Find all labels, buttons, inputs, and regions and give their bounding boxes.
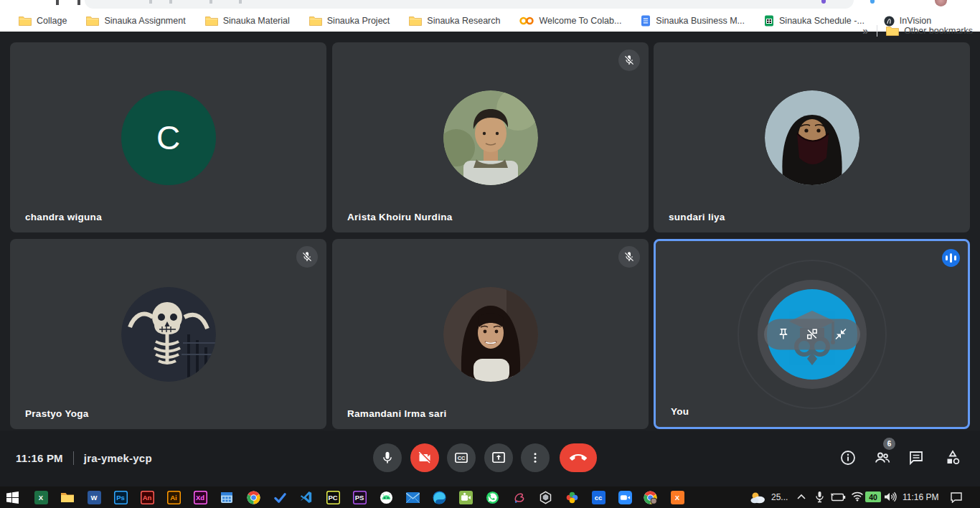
windows-start-icon[interactable]	[4, 489, 20, 505]
whatsapp-icon[interactable]	[484, 489, 500, 505]
mail-icon[interactable]	[405, 489, 420, 505]
notification-center-icon[interactable]	[950, 491, 963, 503]
other-bookmarks[interactable]: Other bookmarks	[886, 26, 973, 36]
word-icon[interactable]: W	[86, 489, 102, 505]
mic-muted-badge	[296, 246, 318, 268]
meeting-details-icon[interactable]	[839, 449, 857, 466]
participant-name: Arista Khoiru Nurdina	[347, 212, 453, 222]
participant-tile[interactable]: Prastyo Yoga	[10, 239, 326, 429]
cc-app-icon[interactable]: cc	[590, 489, 606, 505]
bookmarks-bar: CollageSinauka AssignmentSinauka Materia…	[0, 10, 980, 32]
tile-hover-menu	[764, 319, 860, 349]
address-bar-bottom[interactable]	[85, 0, 854, 9]
bookmark-welcome-to-colab[interactable]: Welcome To Colab...	[519, 16, 621, 26]
participant-name: Prastyo Yoga	[25, 408, 89, 419]
file-explorer-icon[interactable]	[60, 489, 75, 505]
adobe-xd-icon[interactable]: Xd	[192, 489, 208, 505]
bookmark-label: Sinauka Material	[223, 16, 290, 26]
folder-icon	[19, 16, 32, 26]
divider	[73, 451, 74, 465]
video-call-app-icon[interactable]	[617, 489, 633, 505]
photoshop-icon[interactable]: Ps	[113, 489, 128, 505]
todo-check-icon[interactable]	[272, 489, 288, 505]
tray-microphone-icon[interactable]	[815, 491, 824, 503]
avatar-initial: C	[121, 90, 216, 185]
android-app-icon[interactable]	[378, 489, 394, 505]
self-tile[interactable]: You	[654, 239, 970, 429]
tray-chevron-up-icon[interactable]	[796, 493, 806, 500]
weather-temperature[interactable]: 25...	[771, 492, 788, 502]
bookmark-collage[interactable]: Collage	[19, 16, 67, 26]
participant-tile[interactable]: Arista Khoiru Nurdina	[332, 42, 649, 232]
tray-battery-icon[interactable]	[829, 492, 846, 502]
end-call-button[interactable]	[560, 443, 597, 472]
tray-volume-icon[interactable]	[884, 491, 897, 502]
tray-wifi-icon[interactable]	[851, 491, 864, 502]
photos-app-icon[interactable]	[564, 489, 580, 505]
more-options-button[interactable]	[521, 443, 550, 472]
bookmark-sinauka-project[interactable]: Sinauka Project	[309, 16, 390, 26]
docs-icon	[641, 15, 651, 27]
bookmark-sinauka-research[interactable]: Sinauka Research	[409, 16, 500, 26]
time-and-code: 11:16 PM jra-ymek-ycp	[16, 451, 152, 465]
camera-app-icon[interactable]	[458, 489, 473, 505]
meeting-code: jra-ymek-ycp	[84, 452, 152, 464]
participant-tile[interactable]: C chandra wiguna	[10, 42, 326, 232]
chrome-icon[interactable]	[245, 489, 261, 505]
sketch-app-icon[interactable]	[511, 489, 527, 505]
minimize-icon[interactable]	[831, 325, 850, 344]
bookmark-label: Sinauka Research	[427, 16, 500, 26]
chrome-profile-icon[interactable]	[642, 489, 658, 505]
camera-off-button[interactable]	[410, 443, 439, 472]
participant-name: chandra wiguna	[25, 212, 102, 222]
sheets-icon	[764, 15, 774, 27]
weather-icon[interactable]	[750, 491, 765, 504]
browser-ui-fragment	[149, 0, 152, 4]
present-button[interactable]	[484, 443, 513, 472]
browser-profile-avatar-fragment[interactable]	[935, 0, 947, 6]
audio-level-indicator	[942, 249, 960, 267]
bookmark-sinauka-assignment[interactable]: Sinauka Assignment	[86, 16, 185, 26]
participant-tile[interactable]: sundari liya	[654, 42, 970, 232]
calendar-icon[interactable]	[219, 489, 235, 505]
avatar-initial-letter: C	[156, 118, 180, 157]
pin-icon[interactable]	[774, 325, 793, 344]
participant-count-badge: 6	[883, 438, 895, 450]
folder-icon	[309, 16, 322, 26]
folder-icon	[86, 16, 99, 26]
screen: CollageSinauka AssignmentSinauka Materia…	[0, 0, 980, 508]
hexagon-app-icon[interactable]	[537, 489, 553, 505]
vscode-icon[interactable]	[298, 489, 314, 505]
bookmark-label: Collage	[37, 16, 67, 26]
phpstorm-icon[interactable]: PS	[352, 489, 367, 505]
bookmarks-overflow-chevron[interactable]: »	[862, 25, 868, 37]
browser-ui-fragment	[239, 0, 242, 4]
xampp-icon[interactable]: X	[669, 489, 685, 505]
windows-taskbar: 25... 40 11:16 PM XWPsAnAiXdPCPSccX	[0, 486, 980, 508]
participant-tile[interactable]: Ramandani Irma sari	[332, 239, 649, 429]
microphone-button[interactable]	[373, 443, 402, 472]
chat-icon[interactable]	[908, 449, 925, 466]
bookmark-sinauka-business-m[interactable]: Sinauka Business M...	[641, 15, 745, 27]
browser-ui-fragment	[169, 0, 172, 4]
activities-icon[interactable]	[944, 449, 961, 466]
bookmark-label: Welcome To Colab...	[539, 16, 621, 26]
svg-text:CC: CC	[458, 455, 466, 461]
people-icon[interactable]	[874, 449, 891, 466]
bookmark-sinauka-schedule[interactable]: Sinauka Schedule -...	[764, 15, 864, 27]
battery-percent-badge[interactable]: 40	[865, 491, 881, 502]
excel-icon[interactable]: X	[33, 489, 49, 505]
browser-ui-fragment	[56, 0, 59, 5]
grid-off-icon[interactable]	[803, 325, 821, 344]
pycharm-icon[interactable]: PC	[325, 489, 341, 505]
mic-muted-badge	[618, 246, 640, 268]
avatar-photo	[443, 90, 538, 185]
participant-name: sundari liya	[669, 212, 725, 222]
bookmark-sinauka-material[interactable]: Sinauka Material	[205, 16, 290, 26]
captions-button[interactable]: CC	[447, 443, 476, 472]
participant-name: You	[671, 406, 689, 417]
taskbar-clock[interactable]: 11:16 PM	[903, 492, 938, 502]
edge-icon[interactable]	[431, 489, 447, 505]
animate-icon[interactable]: An	[139, 489, 155, 505]
illustrator-icon[interactable]: Ai	[166, 489, 182, 505]
